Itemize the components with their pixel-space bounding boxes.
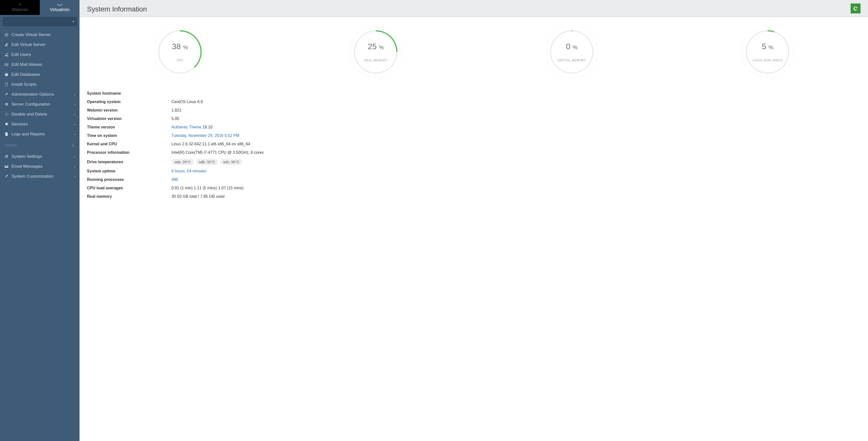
- label-hostname: System hostname: [87, 91, 172, 96]
- nav-install-scripts[interactable]: Install Scripts: [0, 80, 80, 89]
- search-input[interactable]: [4, 143, 70, 148]
- webmin-icon: [17, 3, 23, 7]
- nav-edit-users[interactable]: Edit Users: [0, 50, 80, 60]
- server-dropdown[interactable]: [2, 17, 77, 26]
- virtualmin-icon: [57, 3, 62, 7]
- gauge-real-memory: 25 % REAL MEMORY: [283, 25, 469, 79]
- tab-webmin[interactable]: Webmin: [0, 0, 40, 15]
- nav-edit-databases[interactable]: Edit Databases: [0, 69, 80, 80]
- label-kernel: Kernel and CPU: [87, 142, 172, 146]
- theme-link[interactable]: Authentic Theme: [172, 125, 202, 129]
- nav-administration-options[interactable]: Administration Options ◂: [0, 89, 80, 99]
- gauge-value: 5 %: [762, 42, 773, 51]
- gauge-local-disk-space: 5 % LOCAL DISK SPACE: [675, 25, 861, 79]
- label-load: CPU load averages: [87, 186, 172, 190]
- cogs-icon: [4, 102, 8, 106]
- nav-disable-delete[interactable]: Disable and Delete ◂: [0, 109, 80, 119]
- power-icon: [4, 112, 8, 116]
- search-icon: [70, 143, 75, 148]
- edit-icon: [4, 43, 8, 47]
- value-os: CentOS Linux 6.8: [172, 100, 203, 104]
- gauge-value: 38 %: [172, 42, 188, 51]
- label-time: Time on system: [87, 133, 172, 138]
- label-webmin: Webmin version: [87, 108, 172, 113]
- gear-icon: [4, 155, 8, 159]
- gauge-label: VIRTUAL MEMORY: [558, 59, 586, 62]
- nav-email-messages[interactable]: Email Messages ◂: [0, 161, 80, 171]
- value-kernel: Linux 2.6.32-642.11.1.el6.x86_64 on x86_…: [172, 142, 250, 146]
- caret-left-icon: ◂: [74, 155, 75, 158]
- nav-label: Install Scripts: [11, 82, 36, 87]
- nav-system-customization[interactable]: System Customization ◂: [0, 171, 80, 181]
- drive-temp-badge: sdb: 32°C: [196, 159, 218, 165]
- value-procs[interactable]: 486: [172, 178, 178, 182]
- nav-label: Server Configuration: [11, 102, 50, 107]
- drive-temp-badge: sda: 29°C: [172, 159, 194, 165]
- wrench-icon: [4, 175, 8, 178]
- main-content: System Information 38 % CPU: [80, 0, 868, 441]
- topbar: System Information: [80, 0, 868, 17]
- label-virtualmin: Virtualmin version: [87, 117, 172, 121]
- nav-label: System Settings: [11, 154, 42, 159]
- nav-label: Administration Options: [11, 92, 54, 97]
- label-cpu: Processor information: [87, 150, 172, 155]
- sidebar: Webmin Virtualmin Create Virtual Server …: [0, 0, 80, 441]
- envelope-icon: [4, 164, 8, 168]
- gauges-row: 38 % CPU 25 % REAL MEMORY 0 %: [87, 25, 861, 79]
- value-webmin: 1.821: [172, 108, 181, 113]
- gauge-cpu: 38 % CPU: [87, 25, 273, 79]
- nav-create-virtual-server[interactable]: Create Virtual Server: [0, 30, 80, 40]
- caret-left-icon: ◂: [74, 175, 75, 178]
- plus-square-icon: [4, 33, 8, 37]
- puzzle-icon: [4, 122, 8, 126]
- label-os: Operating system: [87, 100, 172, 104]
- theme-version: 18.10: [203, 125, 213, 129]
- label-drives: Drive temperatures: [87, 160, 172, 164]
- value-mem: 30.50 GB total / 7.85 GB used: [172, 194, 224, 199]
- tab-webmin-label: Webmin: [12, 7, 28, 12]
- value-drives: sda: 29°Csdb: 32°Csdc: 30°C: [172, 159, 244, 165]
- search-box: [0, 140, 80, 150]
- tab-virtualmin-label: Virtualmin: [50, 7, 69, 12]
- nav-main: Create Virtual Server Edit Virtual Serve…: [0, 28, 80, 140]
- refresh-button[interactable]: [850, 3, 861, 13]
- nav-edit-virtual-server[interactable]: Edit Virtual Server: [0, 40, 80, 50]
- nav-label: Disable and Delete: [11, 112, 47, 117]
- file-icon: [4, 83, 8, 87]
- caret-left-icon: ◂: [74, 133, 75, 136]
- value-time[interactable]: Tuesday, November 29, 2016 5:52 PM: [172, 133, 239, 138]
- drive-temp-badge: sdc: 30°C: [220, 159, 242, 165]
- nav-footer: System Settings ◂ Email Messages ◂ Syste…: [0, 150, 80, 183]
- gauge-virtual-memory: 0 % VIRTUAL MEMORY: [479, 25, 665, 79]
- nav-label: Logs and Reports: [11, 132, 45, 137]
- gauge-value: 0 %: [566, 42, 577, 51]
- nav-system-settings[interactable]: System Settings ◂: [0, 152, 80, 161]
- tab-virtualmin[interactable]: Virtualmin: [40, 0, 80, 15]
- value-cpu: Intel(R) Core(TM) i7-4771 CPU @ 3.50GHz,…: [172, 150, 264, 155]
- wrench-icon: [4, 92, 8, 96]
- nav-label: Edit Mail Aliases: [11, 62, 42, 67]
- page-title: System Information: [87, 5, 147, 13]
- info-grid: System hostname Operating systemCentOS L…: [87, 89, 385, 201]
- caret-left-icon: ◂: [74, 165, 75, 168]
- nav-server-configuration[interactable]: Server Configuration ◂: [0, 99, 80, 109]
- label-procs: Running processes: [87, 178, 172, 182]
- gauge-label: REAL MEMORY: [364, 59, 388, 62]
- label-mem: Real memory: [87, 194, 172, 199]
- nav-edit-mail-aliases[interactable]: Edit Mail Aliases: [0, 60, 80, 69]
- users-icon: [4, 53, 8, 57]
- nav-services[interactable]: Services ◂: [0, 119, 80, 129]
- database-icon: [4, 72, 8, 76]
- nav-label: Edit Users: [11, 52, 31, 57]
- nav-label: Create Virtual Server: [11, 32, 51, 37]
- mail-icon: [4, 63, 8, 67]
- nav-logs-reports[interactable]: Logs and Reports ◂: [0, 129, 80, 139]
- nav-label: Edit Virtual Server: [11, 42, 45, 47]
- gauge-value: 25 %: [368, 42, 384, 51]
- label-uptime: System uptime: [87, 169, 172, 174]
- caret-left-icon: ◂: [74, 113, 75, 116]
- value-uptime[interactable]: 6 hours, 04 minutes: [172, 169, 207, 174]
- caret-left-icon: ◂: [74, 93, 75, 96]
- gauge-label: LOCAL DISK SPACE: [752, 59, 782, 62]
- document-icon: [4, 132, 8, 136]
